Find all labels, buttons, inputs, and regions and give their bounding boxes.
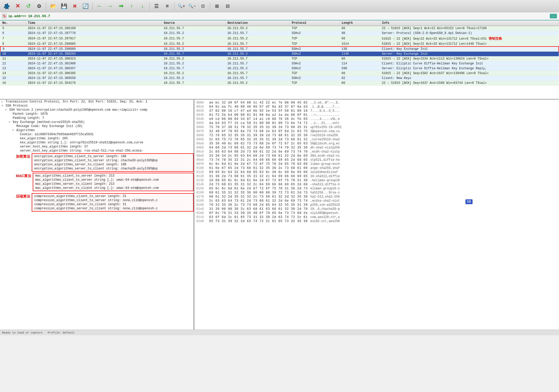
expand-tree-btn[interactable]: ⊞ <box>212 1 222 11</box>
table-cell: 2024-11-07 22:47:15.309550 <box>26 76 162 81</box>
mac-s2c-str[interactable]: mac_algorithms_server_to_client string [… <box>35 186 192 190</box>
table-row[interactable]: 72024-11-07 22:47:15.29781710.211.55.710… <box>0 36 559 42</box>
hex-offset: 0100 <box>196 166 207 170</box>
table-row[interactable]: 112024-11-07 22:47:15.30032310.211.55.21… <box>0 56 559 61</box>
close-file-btn[interactable]: ✖ <box>70 1 80 11</box>
ssh-version-expand[interactable]: ▽ <box>5 108 8 111</box>
hex-offset: 00c0 <box>196 150 207 154</box>
key-exchange-line[interactable]: ▽ Key Exchange (method:curve25519-sha256… <box>0 120 194 124</box>
hex-offset: 0020 <box>196 109 207 113</box>
col-time[interactable]: Time <box>26 20 162 26</box>
go-to-first-btn[interactable]: ↑ <box>127 1 137 11</box>
col-info[interactable]: Info <box>380 20 559 26</box>
enc-s2c-str[interactable]: encryption_algorithms_server_to_client s… <box>34 167 192 171</box>
mac-s2c-len[interactable]: mac_algorithms_server_to_client length: … <box>35 182 192 186</box>
encryption-label: 加密算法 <box>16 153 30 159</box>
table-cell: SSHv2 <box>289 52 339 56</box>
reload-file-btn[interactable]: 🔄 <box>81 1 90 11</box>
col-no[interactable]: No. <box>0 20 26 26</box>
packet-length-line[interactable]: Packet Length: 1076 <box>0 112 194 116</box>
table-row[interactable]: 162024-11-07 22:47:15.35427610.211.55.71… <box>0 81 559 86</box>
table-cell: 1514 <box>340 42 380 47</box>
ssh-version-line[interactable]: ▽ SSH Version 2 (encryption:chacha20-pol… <box>0 108 194 112</box>
table-row[interactable]: 122024-11-07 22:47:15.30190810.211.55.21… <box>0 61 559 66</box>
hex-ascii: dh-sha2-nistp256 <box>310 146 340 149</box>
save-file-btn[interactable]: 💾 <box>59 1 69 11</box>
algorithms-line[interactable]: ▽ Algorithms <box>0 128 194 132</box>
enc-s2c-len[interactable]: encryption_algorithms_server_to_client l… <box>34 163 192 167</box>
table-cell: 8 <box>0 42 26 47</box>
col-source[interactable]: Source <box>162 20 225 26</box>
hex-bytes: e9 cd 00 00 04 34 07 14 a1 c0 08 76 36 4… <box>209 117 308 121</box>
go-back-btn[interactable]: ← <box>95 1 104 11</box>
ssh-protocol-line[interactable]: ▽ SSH Protocol <box>0 104 194 108</box>
msg-code-line[interactable]: Message Code: Key Exchange Init (20) <box>0 124 194 128</box>
mac-c2s-len[interactable]: mac_algorithms_client_to_server length: … <box>35 174 192 178</box>
filter-input[interactable]: ip.addr== 10.211.55.7 <box>8 13 548 19</box>
table-cell: Server: Elliptic Curve Diffie-Hellman Ke… <box>380 66 559 71</box>
hex-offset: 0090 <box>196 138 207 141</box>
zoom-reset-btn[interactable]: ⊡ <box>198 1 208 11</box>
comp-s2c-str[interactable]: compression_algorithms_server_to_client … <box>34 206 192 211</box>
table-cell: 10.211.55.2 <box>162 61 225 66</box>
table-row[interactable]: 92024-11-07 22:47:15.29808910.211.55.210… <box>0 47 559 52</box>
kex-algo-len-line[interactable]: kex_algorithms length: 265 <box>0 136 194 141</box>
cookie-line[interactable]: Cookie: a1c00876364cfb65dab463f715ca5831 <box>0 132 194 136</box>
collapse-tree-btn[interactable]: ⊟ <box>223 1 232 11</box>
kex-expand[interactable]: ▽ <box>9 121 12 124</box>
table-row[interactable]: 132024-11-07 22:47:15.30635710.211.55.71… <box>0 66 559 71</box>
comp-c2s-str[interactable]: compression_algorithms_client_to_server … <box>34 198 192 202</box>
hex-row: 01402d 73 68 61 35 31 32 2c 64 69 66 66 … <box>196 182 557 187</box>
table-cell: 2024-11-07 22:47:15.298085 <box>26 42 162 47</box>
table-cell: 10.211.55.2 <box>162 71 225 76</box>
table-row[interactable]: 102024-11-07 22:47:15.30029310.211.55.71… <box>0 52 559 56</box>
close-capture-btn[interactable]: ✕ <box>13 1 23 11</box>
coloring-rules-btn[interactable]: ☰ <box>152 1 161 11</box>
col-destination[interactable]: Destination <box>225 20 290 26</box>
ssh-expand-icon[interactable]: ▽ <box>2 104 5 107</box>
table-cell: 10.211.55.2 <box>225 81 290 86</box>
table-cell: 2024-11-07 22:47:15.354276 <box>26 81 162 86</box>
table-cell: 66 <box>340 81 380 86</box>
hex-bytes: 37 02 00 16 c7 47 a4 6b 92 1e 53 5f 58 8… <box>209 109 308 113</box>
kex-algo-str-line[interactable]: kex_algorithms string […]: sntrup761x255… <box>0 141 194 145</box>
table-row[interactable]: 62024-11-07 22:47:15.29777810.211.55.210… <box>0 31 559 36</box>
hex-ascii: 16-sha512,diffie <box>310 175 340 178</box>
enc-c2s-len[interactable]: encryption_algorithms_client_to_server l… <box>34 154 192 158</box>
go-to-packet-btn[interactable]: ⇒ <box>116 1 126 11</box>
go-to-last-btn[interactable]: ↓ <box>138 1 147 11</box>
go-forward-btn[interactable]: → <box>105 1 115 11</box>
hex-row: 003001 f2 2b b4 00 00 01 01 08 0a a2 1a … <box>196 113 557 117</box>
table-cell: 66 <box>340 36 380 42</box>
server-host-key-str-line[interactable]: server_host_key_algorithms string: rsa-s… <box>0 149 194 153</box>
spacer2 <box>9 117 12 120</box>
table-cell: 2024-11-07 22:47:15.286160 <box>26 26 162 31</box>
mac-c2s-str[interactable]: mac_algorithms_client_to_server string [… <box>35 178 192 182</box>
zoom-out-btn[interactable]: 🔍− <box>187 1 197 11</box>
tcp-expand-icon[interactable]: ▷ <box>2 100 5 103</box>
hex-ascii: 2@openssh.com,cu <box>310 130 340 133</box>
padding-length-line[interactable]: Padding Length: 7 <box>0 116 194 120</box>
restart-capture-btn[interactable]: ↺ <box>24 1 33 11</box>
preferences-btn[interactable]: ⚙ <box>34 1 44 11</box>
col-protocol[interactable]: Protocol <box>289 20 339 26</box>
table-cell: Server: Key Exchange Init <box>380 52 559 56</box>
comp-c2s-len[interactable]: compression_algorithms_client_to_server … <box>34 194 192 198</box>
algo-expand[interactable]: ▽ <box>12 129 15 132</box>
table-row[interactable]: 82024-11-07 22:47:15.29808510.211.55.210… <box>0 42 559 47</box>
enc-c2s-str[interactable]: encryption_algorithms_client_to_server s… <box>34 158 192 163</box>
table-row[interactable]: 52024-11-07 22:47:15.28616010.211.55.710… <box>0 26 559 31</box>
col-length[interactable]: Length <box>340 20 380 26</box>
zoom-in-btn[interactable]: 🔍+ <box>176 1 186 11</box>
algorithms-text: Algorithms <box>16 129 35 132</box>
open-file-btn[interactable]: 📂 <box>48 1 58 11</box>
table-row[interactable]: 152024-11-07 22:47:15.30955010.211.55.21… <box>0 76 559 81</box>
comp-s2c-len[interactable]: compression_algorithms_server_to_client … <box>34 202 192 206</box>
table-cell: 10.211.55.7 <box>225 47 290 52</box>
table-row[interactable]: 142024-11-07 22:47:15.30638510.211.55.21… <box>0 71 559 76</box>
filter-apply-btn[interactable]: → <box>550 14 557 18</box>
autoscroll-btn[interactable]: ≡ <box>162 1 172 11</box>
server-host-key-len-line[interactable]: server_host_key_algorithms length: 57 <box>0 145 194 149</box>
tcp-detail-line[interactable]: ▷ Transmission Control Protocol, Src Por… <box>0 100 194 104</box>
table-cell: 10.211.55.7 <box>225 31 290 36</box>
